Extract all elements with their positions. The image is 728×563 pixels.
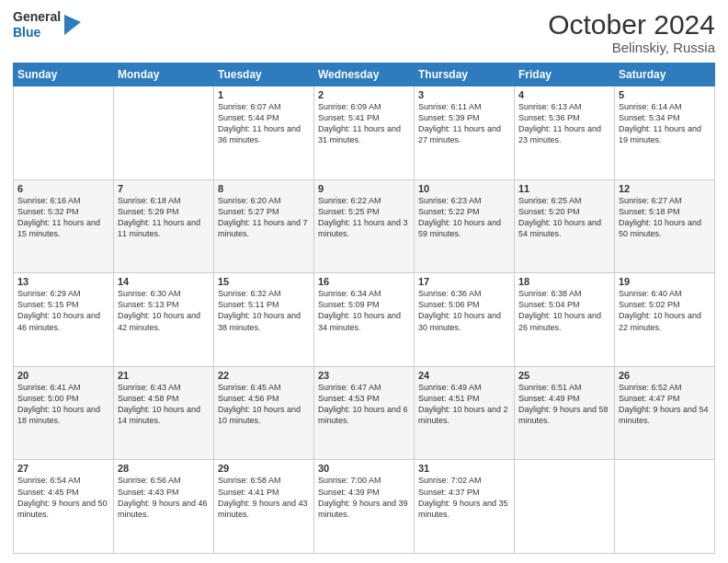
day-info: Sunrise: 6:38 AMSunset: 5:04 PMDaylight:… [518, 288, 610, 333]
calendar-cell [615, 460, 715, 554]
day-number: 21 [118, 370, 210, 381]
day-number: 7 [118, 183, 210, 194]
calendar-cell: 6Sunrise: 6:16 AMSunset: 5:32 PMDaylight… [14, 179, 114, 273]
title-section: October 2024 Belinskiy, Russia [548, 9, 715, 55]
day-info: Sunrise: 6:27 AMSunset: 5:18 PMDaylight:… [619, 195, 711, 240]
calendar-cell: 15Sunrise: 6:32 AMSunset: 5:11 PMDayligh… [214, 273, 314, 367]
day-number: 22 [218, 370, 310, 381]
day-info: Sunrise: 6:16 AMSunset: 5:32 PMDaylight:… [17, 195, 109, 240]
calendar-cell [14, 86, 114, 180]
calendar-table: SundayMondayTuesdayWednesdayThursdayFrid… [13, 63, 715, 554]
calendar-cell: 8Sunrise: 6:20 AMSunset: 5:27 PMDaylight… [214, 179, 314, 273]
day-number: 13 [17, 276, 109, 287]
day-number: 19 [619, 276, 711, 287]
subtitle: Belinskiy, Russia [548, 40, 715, 55]
svg-marker-0 [64, 15, 81, 35]
day-info: Sunrise: 6:30 AMSunset: 5:13 PMDaylight:… [118, 288, 210, 333]
day-info: Sunrise: 6:54 AMSunset: 4:45 PMDaylight:… [17, 475, 109, 520]
calendar-cell: 3Sunrise: 6:11 AMSunset: 5:39 PMDaylight… [415, 86, 515, 180]
day-info: Sunrise: 6:58 AMSunset: 4:41 PMDaylight:… [218, 475, 310, 520]
day-number: 31 [418, 463, 510, 474]
day-info: Sunrise: 6:22 AMSunset: 5:25 PMDaylight:… [318, 195, 410, 240]
day-number: 18 [518, 276, 610, 287]
calendar-cell: 13Sunrise: 6:29 AMSunset: 5:15 PMDayligh… [14, 273, 114, 367]
day-info: Sunrise: 6:23 AMSunset: 5:22 PMDaylight:… [418, 195, 510, 240]
day-info: Sunrise: 6:11 AMSunset: 5:39 PMDaylight:… [418, 101, 510, 146]
day-info: Sunrise: 6:07 AMSunset: 5:44 PMDaylight:… [218, 101, 310, 146]
calendar-cell: 18Sunrise: 6:38 AMSunset: 5:04 PMDayligh… [515, 273, 615, 367]
calendar-cell: 27Sunrise: 6:54 AMSunset: 4:45 PMDayligh… [14, 460, 114, 554]
day-number: 27 [17, 463, 109, 474]
day-info: Sunrise: 6:32 AMSunset: 5:11 PMDaylight:… [218, 288, 310, 333]
calendar-week-row: 6Sunrise: 6:16 AMSunset: 5:32 PMDaylight… [14, 179, 715, 273]
column-header-sunday: Sunday [14, 63, 114, 86]
calendar-week-row: 1Sunrise: 6:07 AMSunset: 5:44 PMDaylight… [14, 86, 715, 180]
column-header-thursday: Thursday [415, 63, 515, 86]
calendar-cell: 4Sunrise: 6:13 AMSunset: 5:36 PMDaylight… [515, 86, 615, 180]
day-number: 17 [418, 276, 510, 287]
calendar-cell: 10Sunrise: 6:23 AMSunset: 5:22 PMDayligh… [415, 179, 515, 273]
calendar-cell: 25Sunrise: 6:51 AMSunset: 4:49 PMDayligh… [515, 366, 615, 460]
day-number: 1 [218, 89, 310, 100]
day-info: Sunrise: 6:36 AMSunset: 5:06 PMDaylight:… [418, 288, 510, 333]
day-info: Sunrise: 6:43 AMSunset: 4:58 PMDaylight:… [118, 382, 210, 427]
calendar-week-row: 20Sunrise: 6:41 AMSunset: 5:00 PMDayligh… [14, 366, 715, 460]
day-number: 28 [118, 463, 210, 474]
logo-blue: Blue [13, 25, 61, 40]
day-number: 30 [318, 463, 410, 474]
day-info: Sunrise: 6:49 AMSunset: 4:51 PMDaylight:… [418, 382, 510, 427]
calendar-cell: 30Sunrise: 7:00 AMSunset: 4:39 PMDayligh… [314, 460, 415, 554]
logo-general: General [13, 9, 61, 25]
day-info: Sunrise: 6:56 AMSunset: 4:43 PMDaylight:… [118, 475, 210, 520]
calendar-cell: 24Sunrise: 6:49 AMSunset: 4:51 PMDayligh… [415, 366, 515, 460]
calendar-cell: 14Sunrise: 6:30 AMSunset: 5:13 PMDayligh… [114, 273, 214, 367]
day-number: 11 [518, 183, 610, 194]
calendar-cell: 11Sunrise: 6:25 AMSunset: 5:20 PMDayligh… [515, 179, 615, 273]
day-info: Sunrise: 6:29 AMSunset: 5:15 PMDaylight:… [17, 288, 109, 333]
calendar-cell: 9Sunrise: 6:22 AMSunset: 5:25 PMDaylight… [314, 179, 415, 273]
day-number: 8 [218, 183, 310, 194]
day-number: 5 [619, 89, 711, 100]
day-number: 4 [518, 89, 610, 100]
column-header-saturday: Saturday [615, 63, 715, 86]
day-number: 20 [17, 370, 109, 381]
day-number: 9 [318, 183, 410, 194]
main-title: October 2024 [548, 9, 715, 40]
day-info: Sunrise: 6:41 AMSunset: 5:00 PMDaylight:… [17, 382, 109, 427]
calendar-cell: 7Sunrise: 6:18 AMSunset: 5:29 PMDaylight… [114, 179, 214, 273]
logo-icon [64, 15, 81, 35]
day-info: Sunrise: 7:02 AMSunset: 4:37 PMDaylight:… [418, 475, 510, 520]
day-info: Sunrise: 6:25 AMSunset: 5:20 PMDaylight:… [518, 195, 610, 240]
day-number: 23 [318, 370, 410, 381]
day-info: Sunrise: 6:47 AMSunset: 4:53 PMDaylight:… [318, 382, 410, 427]
day-info: Sunrise: 6:52 AMSunset: 4:47 PMDaylight:… [619, 382, 711, 427]
calendar-cell: 22Sunrise: 6:45 AMSunset: 4:56 PMDayligh… [214, 366, 314, 460]
day-info: Sunrise: 6:20 AMSunset: 5:27 PMDaylight:… [218, 195, 310, 240]
calendar-cell: 28Sunrise: 6:56 AMSunset: 4:43 PMDayligh… [114, 460, 214, 554]
day-info: Sunrise: 6:09 AMSunset: 5:41 PMDaylight:… [318, 101, 410, 146]
calendar-cell [515, 460, 615, 554]
day-info: Sunrise: 6:45 AMSunset: 4:56 PMDaylight:… [218, 382, 310, 427]
day-number: 25 [518, 370, 610, 381]
calendar-cell: 5Sunrise: 6:14 AMSunset: 5:34 PMDaylight… [615, 86, 715, 180]
day-number: 16 [318, 276, 410, 287]
day-number: 10 [418, 183, 510, 194]
column-header-monday: Monday [114, 63, 214, 86]
day-number: 14 [118, 276, 210, 287]
day-info: Sunrise: 6:40 AMSunset: 5:02 PMDaylight:… [619, 288, 711, 333]
column-header-wednesday: Wednesday [314, 63, 415, 86]
calendar-cell: 26Sunrise: 6:52 AMSunset: 4:47 PMDayligh… [615, 366, 715, 460]
day-info: Sunrise: 6:34 AMSunset: 5:09 PMDaylight:… [318, 288, 410, 333]
calendar-week-row: 27Sunrise: 6:54 AMSunset: 4:45 PMDayligh… [14, 460, 715, 554]
calendar-week-row: 13Sunrise: 6:29 AMSunset: 5:15 PMDayligh… [14, 273, 715, 367]
day-info: Sunrise: 6:51 AMSunset: 4:49 PMDaylight:… [518, 382, 610, 427]
day-info: Sunrise: 7:00 AMSunset: 4:39 PMDaylight:… [318, 475, 410, 520]
calendar-cell: 12Sunrise: 6:27 AMSunset: 5:18 PMDayligh… [615, 179, 715, 273]
day-number: 12 [619, 183, 711, 194]
day-number: 29 [218, 463, 310, 474]
calendar-header-row: SundayMondayTuesdayWednesdayThursdayFrid… [14, 63, 715, 86]
day-number: 15 [218, 276, 310, 287]
column-header-tuesday: Tuesday [214, 63, 314, 86]
calendar-cell: 21Sunrise: 6:43 AMSunset: 4:58 PMDayligh… [114, 366, 214, 460]
calendar-cell [114, 86, 214, 180]
